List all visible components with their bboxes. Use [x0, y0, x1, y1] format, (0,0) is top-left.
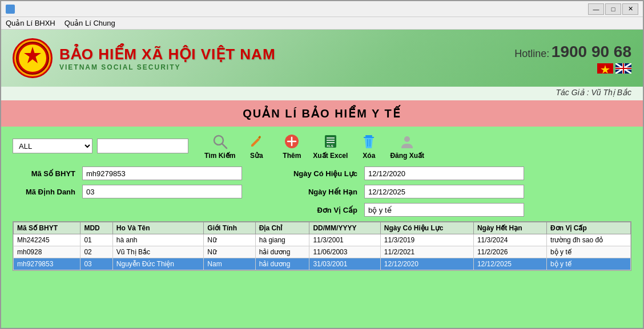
- hotline-label: Hotline:: [514, 48, 549, 59]
- app-window: — □ ✕ Quản Lí BHXH Quản Lí Chung BẢO HIỂ…: [0, 0, 644, 329]
- don-vi-cap-label: Đơn Vị Cấp: [283, 206, 357, 214]
- table-cell: hà anh: [112, 234, 204, 246]
- search-input[interactable]: [97, 139, 188, 153]
- search-button-label: Tìm Kiếm: [204, 152, 235, 160]
- add-button[interactable]: Thêm: [277, 132, 306, 160]
- ngay-co-hieu-luc-input[interactable]: [364, 166, 524, 180]
- table-cell: 11/3/2019: [380, 234, 473, 246]
- table-row[interactable]: mh092802Vũ Thị BắcNữhải dương11/06/20031…: [14, 246, 631, 258]
- delete-icon: [360, 132, 378, 151]
- header-right: Hotline: 1900 90 68: [514, 43, 631, 74]
- table-cell: hà giang: [255, 234, 309, 246]
- table-cell: 11/2/2021: [380, 246, 473, 258]
- excel-icon: XLS: [321, 132, 340, 151]
- form-section: Mã Số BHYT Ngày Có Hiệu Lực Mã Định Danh…: [13, 166, 631, 217]
- add-icon: [283, 132, 301, 151]
- svg-line-13: [222, 144, 227, 148]
- search-button[interactable]: Tìm Kiếm: [204, 132, 235, 160]
- col-ho-va-ten: Ho Và Tên: [112, 222, 204, 234]
- form-row-1: Mã Số BHYT Ngày Có Hiệu Lực: [13, 166, 631, 180]
- table-cell: trường đh sao đỏ: [547, 234, 631, 246]
- col-ngay-co-hieu-luc: Ngày Có Hiệu Lực: [380, 222, 473, 234]
- table-cell: 11/3/2001: [309, 234, 380, 246]
- search-combo[interactable]: ALL Mã Số BHYT Họ Và Tên Địa Chỉ: [13, 139, 92, 153]
- add-button-label: Thêm: [283, 152, 301, 160]
- maximize-button[interactable]: □: [605, 3, 621, 15]
- table-row[interactable]: mh927985303Nguyễn Đức ThiệnNamhải dương3…: [14, 258, 631, 270]
- menu-chung[interactable]: Quản Lí Chung: [65, 19, 115, 27]
- toolbar-buttons: Tìm Kiếm Sửa Thêm XLS: [204, 132, 424, 160]
- table-cell: 31/03/2001: [309, 258, 380, 270]
- svg-rect-22: [365, 135, 372, 137]
- table-cell: mh9279853: [14, 258, 80, 270]
- col-don-vi-cap: Đơn Vị Cấp: [547, 222, 631, 234]
- table-cell: mh0928: [14, 246, 80, 258]
- table-cell: bộ y tế: [547, 246, 631, 258]
- table-cell: Vũ Thị Bắc: [112, 246, 204, 258]
- edit-button-label: Sửa: [250, 152, 263, 160]
- table-cell: 12/12/2025: [473, 258, 546, 270]
- table-cell: Nguyễn Đức Thiện: [112, 258, 204, 270]
- search-icon: [211, 132, 229, 151]
- edit-icon: [247, 132, 265, 151]
- table-cell: 02: [80, 246, 112, 258]
- svg-rect-23: [364, 137, 374, 138]
- author-text: Tác Giả : Vũ Thị Bắc: [556, 88, 631, 97]
- title-bar: — □ ✕: [1, 1, 643, 17]
- svg-rect-18: [327, 137, 335, 139]
- edit-button[interactable]: Sửa: [242, 132, 271, 160]
- header-text: BẢO HIỂM XÃ HỘI VIỆT NAM VIETNAM SOCIAL …: [59, 46, 276, 71]
- svg-point-26: [404, 136, 410, 142]
- ma-dinh-danh-input[interactable]: [82, 185, 242, 198]
- close-button[interactable]: ✕: [622, 3, 638, 15]
- delete-button-label: Xóa: [363, 152, 375, 160]
- hotline-number: 1900 90 68: [552, 43, 631, 60]
- menu-bhxh[interactable]: Quản Lí BHXH: [6, 19, 55, 27]
- col-ma-so-bhyt: Mã Số BHYT: [14, 222, 80, 234]
- table-cell: hải dương: [255, 246, 309, 258]
- data-table: Mã Số BHYT MDD Ho Và Tên Giới Tính Địa C…: [13, 222, 631, 270]
- window-controls: — □ ✕: [588, 3, 638, 15]
- header-logo: [13, 38, 53, 78]
- header-subtitle: VIETNAM SOCIAL SECURITY: [59, 63, 276, 71]
- ngay-het-han-label: Ngày Hết Hạn: [283, 188, 357, 196]
- header-left: BẢO HIỂM XÃ HỘI VIỆT NAM VIETNAM SOCIAL …: [13, 38, 276, 78]
- table-cell: Nữ: [204, 246, 255, 258]
- data-table-wrapper: Mã Số BHYT MDD Ho Và Tên Giới Tính Địa C…: [13, 221, 631, 271]
- don-vi-cap-input[interactable]: [364, 203, 524, 217]
- col-gioi-tinh: Giới Tính: [204, 222, 255, 234]
- menu-bar: Quản Lí BHXH Quản Lí Chung: [1, 17, 643, 30]
- table-cell: Nam: [204, 258, 255, 270]
- col-dd-mm-yyyy: DD/MM/YYYY: [309, 222, 380, 234]
- page-title-bar: QUẢN LÍ BẢO HIỂM Y TẾ: [1, 100, 643, 127]
- table-cell: hải dương: [255, 258, 309, 270]
- page-title: QUẢN LÍ BẢO HIỂM Y TẾ: [243, 107, 401, 120]
- form-row-2: Mã Định Danh Ngày Hết Hạn: [13, 185, 631, 198]
- col-ngay-het-han: Ngày Hết Hạn: [473, 222, 546, 234]
- toolbar-row: ALL Mã Số BHYT Họ Và Tên Địa Chỉ Tìm Kiế…: [13, 132, 631, 160]
- ngay-co-hieu-luc-label: Ngày Có Hiệu Lực: [283, 169, 357, 178]
- form-row-3: Đơn Vị Cấp: [13, 203, 631, 217]
- table-header-row: Mã Số BHYT MDD Ho Và Tên Giới Tính Địa C…: [14, 222, 631, 234]
- svg-rect-20: [327, 142, 335, 143]
- logout-button[interactable]: Đăng Xuất: [390, 132, 424, 160]
- ma-so-bhyt-input[interactable]: [82, 166, 242, 180]
- delete-button[interactable]: Xóa: [355, 132, 383, 160]
- logout-button-label: Đăng Xuất: [390, 152, 424, 160]
- ngay-het-han-input[interactable]: [364, 185, 524, 198]
- ma-dinh-danh-label: Mã Định Danh: [13, 188, 75, 196]
- main-content: ALL Mã Số BHYT Họ Và Tên Địa Chỉ Tìm Kiế…: [1, 127, 643, 328]
- vietnam-flag: [597, 63, 613, 74]
- table-row[interactable]: Mh24224501hà anhNữhà giang11/3/200111/3/…: [14, 234, 631, 246]
- table-cell: Mh242245: [14, 234, 80, 246]
- header-title: BẢO HIỂM XÃ HỘI VIỆT NAM: [59, 46, 276, 63]
- author-line: Tác Giả : Vũ Thị Bắc: [1, 87, 643, 100]
- col-mdd: MDD: [80, 222, 112, 234]
- table-cell: Nữ: [204, 234, 255, 246]
- table-cell: 01: [80, 234, 112, 246]
- excel-button[interactable]: XLS Xuất Excel: [313, 132, 348, 160]
- flag-icons: [514, 63, 631, 74]
- minimize-button[interactable]: —: [588, 3, 604, 15]
- hotline-display: Hotline: 1900 90 68: [514, 43, 631, 61]
- logout-icon: [398, 132, 416, 151]
